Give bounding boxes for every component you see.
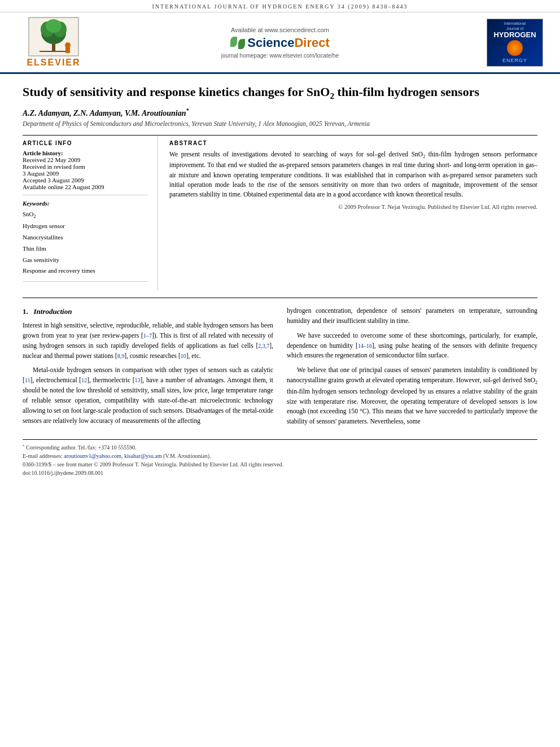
science-text: Science (247, 36, 294, 50)
body-col-left: 1. Introduction Interest in high sensiti… (23, 306, 273, 431)
article-title: Study of sensitivity and response kineti… (23, 84, 537, 102)
footnote-corresponding: * Corresponding author. Tel./fax: +374 1… (23, 443, 537, 452)
available-text: Available at www.sciencedirect.com (90, 27, 470, 33)
svg-rect-3 (40, 51, 68, 52)
authors: A.Z. Adamyan, Z.N. Adamyan, V.M. Aroutio… (23, 107, 537, 118)
email-link-1[interactable]: aroutiounv1@yahoo.com (64, 453, 121, 459)
body-col-right: hydrogen concentration, dependence of se… (287, 306, 537, 431)
affiliation: Department of Physics of Semiconductors … (23, 120, 537, 127)
main-content: Study of sensitivity and response kineti… (0, 84, 560, 477)
he-energy-text: ENERGY (502, 58, 527, 63)
journal-header-text: International Journal of Hydrogen Energy… (152, 3, 408, 10)
kw-nanocrystallites: Nanocrystallites (23, 232, 148, 243)
keywords-label: Keywords: (23, 200, 148, 207)
received-revised-text: Received in revised form (23, 163, 85, 170)
info-columns: Article Info Article history: Received 2… (23, 135, 537, 291)
divider-2 (23, 281, 148, 282)
section-number: 1. (23, 307, 28, 316)
email-link-2[interactable]: kisahar@ysu.am (124, 453, 162, 459)
keywords-section: Keywords: SnO2 Hydrogen sensor Nanocryst… (23, 200, 148, 277)
sciencedirect-logo: ScienceDirect (90, 36, 470, 50)
he-hydrogen-text: HYDROGEN (493, 31, 536, 38)
divider-1 (23, 195, 148, 195)
elsevier-tree-icon (28, 17, 79, 56)
footnote-issn: 0360-3199/$ – see front matter © 2009 Pr… (23, 460, 537, 469)
sciencedirect-name: ScienceDirect (247, 36, 330, 50)
journal-header-bar: International Journal of Hydrogen Energy… (0, 0, 560, 12)
kw-sno2: SnO2 (23, 209, 148, 221)
he-journal-logo: InternationalJournal of HYDROGEN ENERGY (487, 19, 543, 67)
abstract-col: Abstract We present results of investiga… (158, 136, 537, 291)
elsevier-text: ELSEVIER (27, 58, 80, 68)
direct-text: Direct (294, 36, 329, 50)
abstract-text: We present results of investigations dev… (169, 150, 537, 199)
intro-heading: 1. Introduction (23, 306, 273, 317)
sd-leaves-icon (230, 37, 245, 49)
journal-homepage-text: journal homepage: www.elsevier.com/locat… (90, 53, 470, 59)
received-revised-date: 3 August 2009 (23, 170, 59, 177)
he-intl-text: InternationalJournal of (504, 21, 526, 31)
svg-rect-9 (65, 47, 70, 53)
footnote-doi: doi:10.1016/j.ijhydene.2009.08.001 (23, 469, 537, 477)
kw-response-recovery: Response and recovery times (23, 265, 148, 277)
body-para-1: Interest in high sensitive, selective, r… (23, 321, 273, 361)
received1-text: Received 22 May 2009 (23, 156, 80, 163)
page-wrapper: International Journal of Hydrogen Energy… (0, 0, 560, 477)
elsevier-logo-area: ELSEVIER (17, 17, 90, 68)
footnote-email: E-mail addresses: aroutiounv1@yahoo.com,… (23, 452, 537, 460)
copyright-text: © 2009 Professor T. Nejat Veziroglu. Pub… (169, 204, 537, 210)
history-label: Article history: (23, 150, 63, 156)
kw-hydrogen-sensor: Hydrogen sensor (23, 221, 148, 232)
body-para-4: We have succeeded to overcome some of th… (287, 331, 537, 361)
banner-center: Available at www.sciencedirect.com Scien… (90, 27, 470, 59)
kw-thin-film: Thin film (23, 243, 148, 255)
footnote-area: * Corresponding author. Tel./fax: +374 1… (23, 439, 537, 477)
body-columns: 1. Introduction Interest in high sensiti… (23, 298, 537, 431)
accepted-text: Accepted 3 August 2009 (23, 177, 84, 184)
sd-leaf-2 (238, 39, 245, 49)
abstract-title: Abstract (169, 140, 537, 146)
banner-right: InternationalJournal of HYDROGEN ENERGY (470, 19, 543, 67)
body-para-5: We believe that one of principal causes … (287, 365, 537, 427)
body-para-3: hydrogen concentration, dependence of se… (287, 306, 537, 326)
article-info: Article Info Article history: Received 2… (23, 136, 158, 291)
article-history-block: Article history: Received 22 May 2009 Re… (23, 150, 148, 190)
article-info-title: Article Info (23, 140, 148, 146)
svg-point-8 (65, 42, 71, 48)
sd-leaf-1 (230, 37, 237, 47)
available-online-text: Available online 22 August 2009 (23, 184, 104, 190)
svg-point-7 (46, 19, 62, 33)
banner: ELSEVIER Available at www.sciencedirect.… (0, 12, 560, 74)
body-para-2: Metal-oxide hydrogen sensors in comparis… (23, 365, 273, 426)
he-logo-circle (507, 40, 523, 56)
elsevier-logo: ELSEVIER (17, 17, 90, 68)
kw-gas-sensitivity: Gas sensitivity (23, 255, 148, 266)
